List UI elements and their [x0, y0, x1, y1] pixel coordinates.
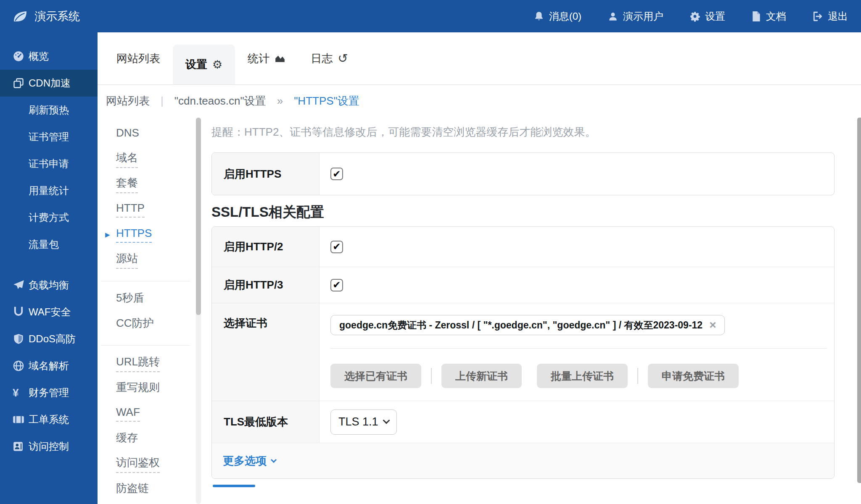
breadcrumb-site-list[interactable]: 网站列表 [106, 94, 150, 108]
submenu-divider [101, 345, 190, 346]
submenu-item-domain[interactable]: 域名 [116, 147, 196, 172]
submenu-scrollbar-thumb[interactable] [196, 118, 201, 315]
submenu-label: URL跳转 [116, 354, 160, 372]
sidebar-item-cert-manage[interactable]: 证书管理 [0, 123, 98, 150]
sidebar-item-billing-method[interactable]: 计费方式 [0, 204, 98, 231]
tls-version-select[interactable]: TLS 1.1 [330, 410, 397, 435]
tab-stats[interactable]: 统计 [235, 32, 298, 84]
selected-cert-tag: goedge.cn免费证书 - Zerossl / [ "*.goedge.cn… [330, 315, 725, 335]
topnav-user[interactable]: 演示用户 [607, 10, 663, 23]
sidebar-item-label: 证书管理 [29, 130, 69, 144]
sidebar-item-cdn[interactable]: CDN加速 [0, 70, 98, 97]
document-icon [751, 11, 761, 22]
sidebar-item-waf[interactable]: WAF安全 [0, 299, 98, 326]
topnav-messages[interactable]: 消息(0) [534, 10, 581, 23]
sidebar-item-traffic-package[interactable]: 流量包 [0, 231, 98, 258]
sidebar-item-tickets[interactable]: 工单系统 [0, 406, 98, 433]
brand-label: 演示系统 [34, 9, 80, 24]
breadcrumb-site-settings[interactable]: "cdn.teaos.cn"设置 [174, 94, 266, 108]
content-row: DNS 域名 套餐 HTTP ▶ HTTPS 源站 5秒盾 CC防护 URL跳转… [98, 117, 861, 504]
submenu-item-url-redirect[interactable]: URL跳转 [116, 351, 196, 376]
leaf-logo-icon [13, 10, 28, 23]
page-scrollbar-thumb[interactable] [857, 118, 861, 483]
submenu-item-hotlink[interactable]: 防盗链 [116, 477, 196, 502]
sidebar-item-dns-resolve[interactable]: 域名解析 [0, 352, 98, 379]
submenu-item-dns[interactable]: DNS [116, 121, 196, 147]
sidebar-item-usage-stats[interactable]: 用量统计 [0, 177, 98, 204]
sidebar-item-ddos[interactable]: DDoS高防 [0, 326, 98, 352]
cert-divider [330, 348, 827, 349]
more-options-link[interactable]: 更多选项 [212, 454, 276, 468]
tab-settings[interactable]: 设置 ⚙ [173, 45, 235, 84]
sidebar-item-label: 证书申请 [29, 157, 69, 171]
submenu-item-waf[interactable]: WAF [116, 401, 196, 426]
main-panel: 网站列表 设置 ⚙ 统计 日志 ↺ 网站列表 [98, 32, 861, 504]
button-separator [431, 368, 432, 384]
submenu-item-http[interactable]: HTTP [116, 197, 196, 222]
sidebar-item-label: 概览 [29, 50, 49, 63]
sidebar-item-refresh-preheat[interactable]: 刷新预热 [0, 97, 98, 123]
user-icon [607, 11, 618, 22]
breadcrumb: 网站列表 | "cdn.teaos.cn"设置 » "HTTPS"设置 [98, 85, 861, 117]
submenu-label: 套餐 [116, 176, 138, 193]
submenu-divider [101, 281, 190, 281]
submenu-label: 防盗链 [116, 481, 149, 498]
history-icon: ↺ [338, 51, 348, 66]
sidebar-item-label: 工单系统 [29, 413, 69, 426]
http3-label: 启用HTTP/3 [212, 267, 320, 303]
breadcrumb-https-settings[interactable]: "HTTPS"设置 [294, 94, 359, 108]
sidebar-item-label: 财务管理 [29, 386, 69, 399]
gauge-icon [13, 50, 29, 62]
gear-icon: ⚙ [212, 58, 222, 71]
sidebar-item-label: 域名解析 [29, 359, 69, 373]
batch-upload-cert-button[interactable]: 批量上传证书 [537, 364, 628, 388]
https-settings-content: 提醒：HTTP2、证书等信息修改后，可能需要清空浏览器缓存后才能浏览效果。 启用… [201, 117, 861, 504]
https-enable-checkbox[interactable]: ✔ [330, 168, 343, 180]
submenu-item-auth[interactable]: 访问鉴权 [116, 452, 196, 477]
submenu-scrollbar[interactable] [196, 118, 201, 504]
sidebar-item-cert-apply[interactable]: 证书申请 [0, 150, 98, 177]
active-arrow-icon: ▶ [105, 231, 110, 239]
layers-icon [13, 77, 29, 89]
topnav-user-label: 演示用户 [623, 10, 663, 23]
http3-checkbox[interactable]: ✔ [330, 279, 343, 291]
app-window: 演示系统 消息(0) 演示用户 设置 [0, 0, 861, 504]
submenu-item-plan[interactable]: 套餐 [116, 172, 196, 197]
settings-submenu: DNS 域名 套餐 HTTP ▶ HTTPS 源站 5秒盾 CC防护 URL跳转… [98, 117, 196, 504]
https-enable-label: 启用HTTPS [212, 153, 320, 195]
submenu-label: 源站 [116, 251, 138, 269]
button-separator [637, 368, 638, 384]
topnav-logout[interactable]: 退出 [812, 10, 848, 23]
sidebar-item-access-control[interactable]: 访问控制 [0, 433, 98, 460]
topnav-settings[interactable]: 设置 [689, 10, 725, 23]
checkmark-icon: ✔ [333, 241, 341, 252]
tab-site-list[interactable]: 网站列表 [116, 32, 173, 84]
cert-tag-text: goedge.cn免费证书 - Zerossl / [ "*.goedge.cn… [339, 319, 703, 332]
sidebar-item-overview[interactable]: 概览 [0, 43, 98, 70]
brand[interactable]: 演示系统 [0, 9, 80, 24]
upload-new-cert-button[interactable]: 上传新证书 [441, 364, 522, 388]
submenu-item-cc-protect[interactable]: CC防护 [116, 312, 196, 337]
submenu-item-5s-shield[interactable]: 5秒盾 [116, 286, 196, 312]
submenu-label: HTTPS [116, 227, 152, 243]
topnav-docs[interactable]: 文档 [751, 10, 786, 23]
apply-free-cert-button[interactable]: 申请免费证书 [648, 364, 739, 388]
submenu-item-origin[interactable]: 源站 [116, 247, 196, 273]
tls-version-value: TLS 1.1 [338, 415, 378, 428]
sidebar-item-load-balancer[interactable]: 负载均衡 [0, 272, 98, 299]
http2-checkbox[interactable]: ✔ [330, 241, 343, 253]
submenu-item-cache[interactable]: 缓存 [116, 426, 196, 452]
sidebar-item-finance[interactable]: ¥ 财务管理 [0, 379, 98, 406]
submenu-item-rewrite-rules[interactable]: 重写规则 [116, 376, 196, 401]
breadcrumb-separator: | [161, 94, 164, 108]
https-enable-table: 启用HTTPS ✔ [211, 152, 835, 195]
select-existing-cert-button[interactable]: 选择已有证书 [330, 364, 421, 388]
tls-min-version-label: TLS最低版本 [212, 401, 320, 443]
tab-logs[interactable]: 日志 ↺ [298, 32, 360, 84]
logout-icon [812, 11, 823, 22]
save-button-top-edge[interactable] [213, 485, 255, 487]
remove-cert-icon[interactable]: × [709, 319, 716, 331]
table-row: TLS最低版本 TLS 1.1 [212, 401, 834, 443]
topnav-settings-label: 设置 [705, 10, 725, 23]
submenu-item-https[interactable]: ▶ HTTPS [116, 222, 196, 247]
